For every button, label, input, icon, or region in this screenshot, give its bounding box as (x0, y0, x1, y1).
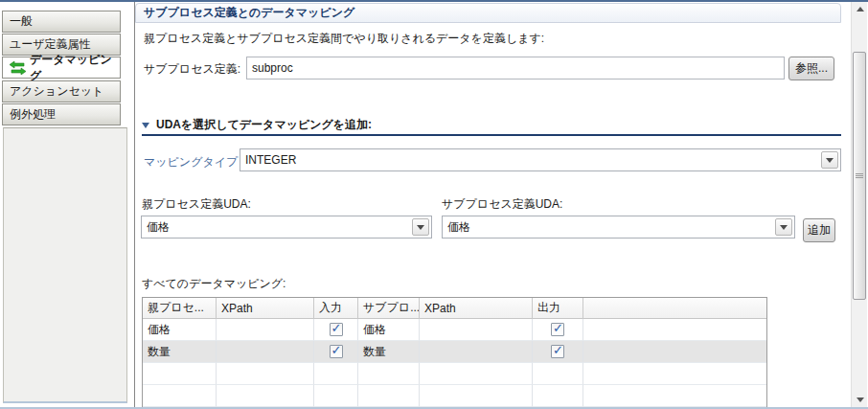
cell-empty (143, 363, 217, 385)
output-checkbox[interactable] (551, 323, 564, 336)
sub-uda-label: サブプロセス定義UDA: (442, 196, 562, 213)
parent-uda-dropdown[interactable]: 価格 (141, 216, 432, 239)
cell-empty (583, 363, 766, 385)
uda-section-title: UDAを選択してデータマッピングを追加: (156, 117, 372, 133)
chevron-down-icon[interactable] (821, 151, 838, 169)
sidebar-item-label: ユーザ定義属性 (10, 36, 91, 53)
sub-uda-value: 価格 (447, 219, 775, 236)
column-header-spacer (583, 298, 766, 319)
cell-sub-uda[interactable]: 価格 (358, 319, 420, 341)
scroll-down-icon[interactable] (852, 393, 868, 407)
collapse-chevron-icon[interactable] (142, 123, 149, 128)
cell-empty (217, 385, 314, 407)
table-row-empty[interactable] (143, 385, 766, 407)
cell-empty (420, 363, 533, 385)
all-data-mappings-label: すべてのデータマッピング: (142, 276, 286, 292)
cell-output (533, 341, 583, 363)
cell-parent-uda[interactable]: 数量 (143, 341, 217, 363)
table-header-row: 親プロセ... XPath 入力 サブプロ... XPath 出力 (143, 298, 766, 319)
input-checkbox[interactable] (330, 345, 343, 358)
subprocess-definition-input[interactable]: subproc (246, 57, 785, 80)
subprocess-definition-value: subproc (252, 61, 293, 75)
page-title: サブプロセス定義とのデータマッピング (144, 5, 354, 21)
cell-empty (314, 363, 358, 385)
column-header-output[interactable]: 出力 (533, 298, 583, 319)
column-header-xpath-out[interactable]: XPath (420, 298, 533, 319)
sidebar-item-data-mapping[interactable]: データマッピング (2, 57, 121, 79)
output-checkbox[interactable] (551, 345, 564, 358)
cell-output (533, 319, 583, 341)
column-header-input[interactable]: 入力 (314, 298, 358, 319)
cell-empty (533, 363, 583, 385)
cell-spacer (583, 319, 766, 341)
chevron-down-icon[interactable] (412, 218, 429, 236)
chevron-down-icon[interactable] (775, 218, 792, 236)
sub-uda-dropdown[interactable]: 価格 (442, 216, 795, 239)
cell-sub-uda[interactable]: 数量 (358, 341, 420, 363)
section-divider (142, 134, 841, 136)
cell-empty (217, 363, 314, 385)
cell-spacer (583, 341, 766, 363)
cell-sub-xpath[interactable] (420, 319, 533, 341)
panel-header: サブプロセス定義とのデータマッピング (135, 3, 841, 23)
sidebar-item-general[interactable]: 一般 (2, 11, 121, 33)
sidebar-item-exception-handling[interactable]: 例外処理 (2, 103, 121, 125)
parent-uda-value: 価格 (147, 219, 412, 236)
cell-parent-uda[interactable]: 価格 (143, 319, 217, 341)
cell-input (314, 341, 358, 363)
vertical-scrollbar[interactable] (851, 2, 867, 407)
column-header-subprocess[interactable]: サブプロ... (358, 298, 420, 319)
cell-empty (583, 385, 766, 407)
column-header-xpath-in[interactable]: XPath (217, 298, 314, 319)
sidebar-item-label: 一般 (10, 13, 33, 30)
browse-button[interactable]: 参照... (788, 57, 834, 80)
cell-sub-xpath[interactable] (420, 341, 533, 363)
cell-input (314, 319, 358, 341)
cell-empty (358, 363, 420, 385)
table-row[interactable]: 価格 価格 (143, 319, 766, 341)
cell-empty (314, 385, 358, 407)
sidebar-item-label: アクションセット (10, 83, 103, 100)
parent-uda-label: 親プロセス定義UDA: (142, 196, 251, 213)
mapping-type-dropdown[interactable]: INTEGER (240, 148, 841, 171)
column-header-parent-process[interactable]: 親プロセ... (143, 298, 217, 319)
mapping-type-label: マッピングタイプ (144, 154, 238, 170)
sidebar-item-action-set[interactable]: アクションセット (2, 80, 121, 102)
uda-section-header[interactable]: UDAを選択してデータマッピングを追加: (142, 117, 372, 133)
sidebar-item-label: データマッピング (30, 52, 120, 84)
browse-button-label: 参照... (795, 60, 828, 77)
table-row-empty[interactable] (143, 363, 766, 385)
scrollbar-thumb[interactable] (853, 52, 866, 300)
mapping-type-value: INTEGER (245, 153, 821, 167)
sidebar-item-label: 例外処理 (10, 106, 56, 123)
data-mapping-properties-view: 一般 ユーザ定義属性 データマッピング アクションセット 例外処理 サブプロセス… (0, 0, 868, 409)
cell-empty (358, 385, 420, 407)
scroll-up-icon[interactable] (852, 2, 868, 16)
cell-empty (420, 385, 533, 407)
add-button-label: 追加 (808, 222, 831, 239)
thumb-grip-icon (856, 173, 863, 179)
table-row[interactable]: 数量 数量 (143, 341, 766, 363)
cell-parent-xpath[interactable] (217, 341, 314, 363)
cell-empty (143, 385, 217, 407)
sidebar-empty-panel (3, 127, 127, 403)
main-panel: サブプロセス定義とのデータマッピング 親プロセス定義とサブプロセス定義間でやり取… (134, 2, 842, 407)
add-button[interactable]: 追加 (803, 218, 835, 242)
subprocess-definition-label: サブプロセス定義: (144, 61, 240, 78)
cell-parent-xpath[interactable] (217, 319, 314, 341)
data-mappings-table: 親プロセ... XPath 入力 サブプロ... XPath 出力 価格 価格 (142, 297, 767, 408)
cell-empty (533, 385, 583, 407)
description-text: 親プロセス定義とサブプロセス定義間でやり取りされるデータを定義します: (144, 31, 544, 47)
input-checkbox[interactable] (330, 323, 343, 336)
data-mapping-swap-arrows-icon (10, 61, 26, 75)
